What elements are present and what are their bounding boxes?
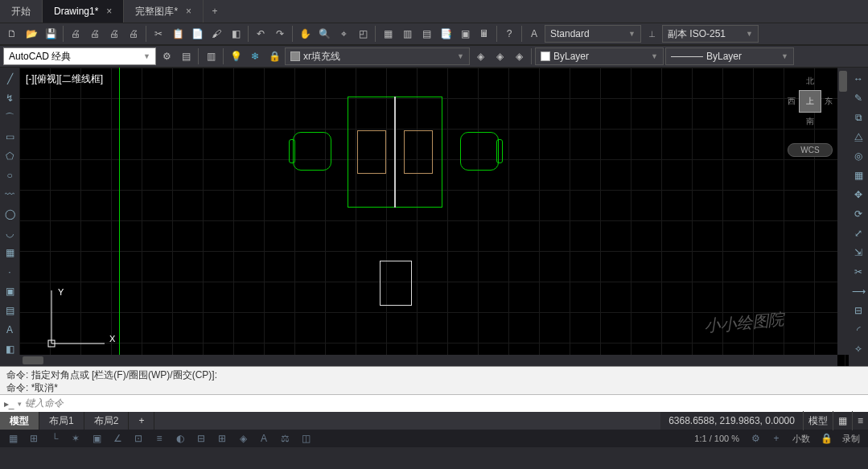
copy-tool[interactable]: ⧉: [850, 109, 866, 125]
horizontal-scrollbar[interactable]: [19, 355, 837, 366]
layer-states-button[interactable]: ▥: [202, 47, 220, 65]
polygon-tool[interactable]: ⬠: [2, 148, 18, 164]
3d-toggle[interactable]: ◫: [298, 431, 314, 446]
command-history[interactable]: 命令: 指定对角点或 [栏选(F)/圈围(WP)/圈交(CP)]: 命令: *取…: [0, 367, 868, 394]
tab-start[interactable]: 开始: [0, 0, 43, 23]
sheet-set-button[interactable]: 📑: [437, 25, 455, 43]
arc-tool[interactable]: ⌒: [2, 109, 18, 125]
tab-library[interactable]: 完整图库* ×: [124, 0, 204, 23]
trim-tool[interactable]: ✂: [850, 264, 866, 280]
zoom-readout[interactable]: 1:1 / 100 %: [691, 434, 743, 443]
ucs-indicator[interactable]: Y X: [45, 286, 109, 352]
line-tool[interactable]: ╱: [2, 71, 18, 87]
move-tool[interactable]: ↔: [850, 71, 866, 87]
hatch-tool[interactable]: ▦: [2, 245, 18, 261]
calculator-button[interactable]: 🖩: [475, 25, 493, 43]
command-input[interactable]: 键入命令: [22, 397, 868, 410]
layer-manager-button[interactable]: ▤: [177, 47, 195, 65]
model-space-button[interactable]: 模型: [803, 411, 833, 430]
erase-tool[interactable]: ✎: [850, 90, 866, 106]
scroll-thumb[interactable]: [23, 356, 43, 364]
layer-dropdown[interactable]: xr填充线 ▼: [285, 47, 470, 65]
save-button[interactable]: 💾: [42, 25, 60, 43]
close-icon[interactable]: ×: [106, 6, 112, 17]
spline-tool[interactable]: 〰: [2, 187, 18, 203]
command-prompt-icon[interactable]: ▸_: [0, 398, 18, 409]
new-tab-button[interactable]: +: [204, 0, 226, 23]
plot-button[interactable]: 🖨: [125, 25, 142, 43]
block-tool[interactable]: ▣: [2, 283, 18, 299]
undo-button[interactable]: ↶: [252, 25, 269, 43]
explode-tool[interactable]: ✧: [850, 341, 866, 357]
zoom-extents-button[interactable]: ◰: [354, 25, 372, 43]
array-tool[interactable]: ▦: [850, 167, 866, 183]
units-readout[interactable]: 小数: [789, 433, 813, 445]
tab-model[interactable]: 模型: [0, 412, 39, 430]
text-style-dropdown[interactable]: Standard ▼: [545, 25, 641, 43]
design-center-button[interactable]: ▥: [398, 25, 416, 43]
grid-toggle-button[interactable]: ▦: [833, 411, 852, 430]
grid-toggle[interactable]: ⊞: [26, 431, 42, 446]
close-icon[interactable]: ×: [186, 6, 191, 17]
region-tool[interactable]: ◧: [2, 341, 18, 357]
copy-button[interactable]: 📋: [169, 25, 187, 43]
lineweight-dropdown[interactable]: ByLayer ▼: [665, 47, 794, 65]
circle-tool[interactable]: ○: [2, 167, 18, 183]
zoom-window-button[interactable]: ⌖: [335, 25, 352, 43]
redo-button[interactable]: ↷: [271, 25, 289, 43]
layer-match-button[interactable]: ◈: [510, 47, 528, 65]
text-style-icon[interactable]: A: [525, 25, 543, 43]
rotate-tool[interactable]: ⟳: [850, 206, 866, 222]
publish-button[interactable]: 🖨: [105, 25, 123, 43]
osnap-toggle[interactable]: ▣: [88, 431, 105, 446]
scale-tool[interactable]: ⤢: [850, 225, 866, 241]
gear-icon[interactable]: ⚙: [158, 47, 175, 65]
ds-toggle[interactable]: ◈: [235, 431, 251, 446]
plus-icon[interactable]: +: [768, 431, 784, 446]
lock-icon[interactable]: 🔒: [818, 431, 834, 446]
match-button[interactable]: 🖌: [208, 25, 225, 43]
transparency-toggle[interactable]: ◐: [172, 431, 188, 446]
coordinates-readout[interactable]: 6368.6588, 219.9863, 0.0000: [660, 415, 803, 426]
ortho-toggle[interactable]: └: [47, 431, 63, 446]
text-tool[interactable]: A: [2, 322, 18, 338]
zoom-button[interactable]: 🔍: [315, 25, 333, 43]
polyline-tool[interactable]: ↯: [2, 90, 18, 106]
dim-style-icon[interactable]: ⟂: [643, 25, 660, 43]
block-button[interactable]: ◧: [227, 25, 245, 43]
viewcube[interactable]: 北 西 上 东 南 WCS: [788, 76, 833, 157]
command-line[interactable]: ▸_ ▾ 键入命令: [0, 394, 868, 412]
tab-layout1[interactable]: 布局1: [39, 412, 84, 430]
tab-layout2[interactable]: 布局2: [84, 412, 130, 430]
viewcube-top[interactable]: 上: [799, 90, 821, 113]
snap-toggle[interactable]: ▦: [5, 431, 21, 446]
ellipse-tool[interactable]: ◯: [2, 206, 18, 222]
tab-drawing1[interactable]: Drawing1* ×: [43, 0, 124, 23]
ann-toggle[interactable]: A: [256, 431, 272, 446]
record-button[interactable]: 录制: [839, 433, 863, 445]
dim-style-dropdown[interactable]: 副本 ISO-251 ▼: [662, 25, 759, 43]
dyn-toggle[interactable]: ⊡: [130, 431, 146, 446]
sc-toggle[interactable]: ⊞: [214, 431, 230, 446]
lock-icon[interactable]: 🔒: [265, 47, 283, 65]
extend-tool[interactable]: ⟶: [850, 283, 866, 299]
ann2-toggle[interactable]: ⚖: [277, 431, 293, 446]
break-tool[interactable]: ⊟: [850, 302, 866, 319]
stretch-tool[interactable]: ⇲: [850, 245, 866, 261]
offset-tool[interactable]: ◎: [850, 148, 866, 164]
help-button[interactable]: ?: [500, 25, 518, 43]
open-file-button[interactable]: 📂: [23, 25, 40, 43]
mirror-tool[interactable]: ⧋: [850, 129, 866, 145]
color-dropdown[interactable]: ByLayer ▼: [535, 47, 664, 65]
layer-prev-button[interactable]: ◈: [491, 47, 508, 65]
gear-icon[interactable]: ⚙: [747, 431, 763, 446]
markup-button[interactable]: ▣: [456, 25, 474, 43]
move2-tool[interactable]: ✥: [850, 187, 866, 203]
new-file-button[interactable]: 🗋: [3, 25, 21, 43]
rectangle-tool[interactable]: ▭: [2, 129, 18, 145]
layer-iso-button[interactable]: ◈: [471, 47, 489, 65]
viewport-label[interactable]: [-][俯视][二维线框]: [26, 72, 103, 86]
vertical-scrollbar[interactable]: [837, 68, 849, 355]
qp-toggle[interactable]: ⊟: [193, 431, 209, 446]
pan-button[interactable]: ✋: [296, 25, 314, 43]
